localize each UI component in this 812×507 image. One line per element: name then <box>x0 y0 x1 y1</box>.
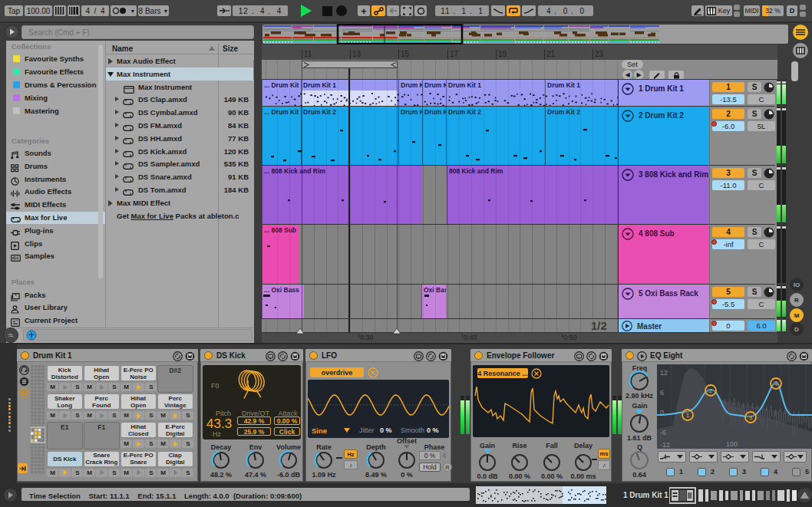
svg-text:6: 6 <box>660 389 664 397</box>
svg-text:-12: -12 <box>660 441 670 449</box>
svg-text:4: 4 <box>774 380 778 387</box>
svg-text:2: 2 <box>709 387 713 394</box>
svg-text:-6: -6 <box>660 429 666 436</box>
svg-text:100: 100 <box>726 440 738 448</box>
svg-text:12: 12 <box>660 369 668 377</box>
svg-text:1: 1 <box>686 412 690 419</box>
svg-text:3: 3 <box>749 414 753 421</box>
